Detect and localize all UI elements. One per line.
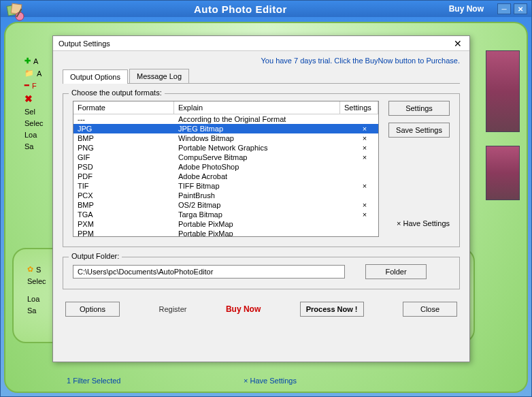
cell-format: PDF	[73, 172, 174, 181]
buy-now-link[interactable]: Buy Now	[226, 304, 261, 314]
cell-explain: Portable PixMap	[174, 219, 351, 229]
cell-settings	[351, 172, 378, 181]
cell-explain: Portable Network Graphics	[174, 143, 351, 153]
cell-explain: Adobe PhotoShop	[174, 162, 351, 172]
output-settings-dialog: Output Settings ✕ You have 7 days trial.…	[52, 35, 470, 362]
dialog-title: Output Settings	[59, 39, 452, 48]
dialog-close-button[interactable]: ✕	[452, 37, 464, 50]
cell-settings	[351, 191, 378, 200]
cell-explain: Adobe Acrobat	[174, 172, 351, 181]
table-row[interactable]: PDFAdobe Acrobat	[73, 172, 378, 181]
cell-settings: ×	[351, 200, 378, 210]
titlebar-buy-link[interactable]: Buy Now	[449, 4, 484, 14]
formats-label: Choose the output formats:	[69, 89, 165, 97]
table-row[interactable]: BMPOS/2 Bitmap×	[73, 200, 378, 210]
cell-format: PNG	[73, 143, 174, 153]
thumbnail-strip	[486, 50, 527, 214]
cell-format: TGA	[73, 210, 174, 219]
process-now-button[interactable]: Process Now !	[300, 302, 364, 317]
thumbnail-2[interactable]	[486, 146, 520, 200]
output-folder-fieldset: Output Folder: Folder	[63, 257, 460, 289]
filter-settings[interactable]: ✿S	[27, 265, 46, 274]
table-row[interactable]: PPMPortable PixMap	[73, 229, 378, 237]
cell-format: PSD	[73, 162, 174, 172]
cell-explain: According to the Original Format	[174, 114, 351, 124]
cell-format: PCX	[73, 191, 174, 200]
th-explain[interactable]: Explain	[174, 101, 340, 114]
cell-explain: Windows Bitmap	[174, 133, 351, 143]
cell-format: JPG	[73, 124, 174, 133]
cell-format: PPM	[73, 229, 174, 237]
cell-settings	[351, 114, 378, 124]
titlebar-title: Auto Photo Editor	[32, 3, 449, 15]
filter-save[interactable]: Sa	[27, 306, 46, 315]
table-row[interactable]: GIFCompuServe Bitmap×	[73, 153, 378, 162]
table-row[interactable]: TGATarga Bitmap×	[73, 210, 378, 219]
cell-explain: CompuServe Bitmap	[174, 153, 351, 162]
cell-settings	[351, 219, 378, 229]
cell-format: TIF	[73, 181, 174, 191]
cell-format: PXM	[73, 219, 174, 229]
dialog-titlebar: Output Settings ✕	[53, 36, 469, 51]
output-folder-label: Output Folder:	[69, 252, 122, 260]
tabs: Output Options Message Log	[63, 69, 460, 84]
th-settings[interactable]: Settings	[340, 101, 378, 114]
cell-explain: JPEG Bitmap	[174, 124, 351, 133]
table-row[interactable]: TIFTIFF Bitmap×	[73, 181, 378, 191]
table-body[interactable]: ---According to the Original FormatJPGJP…	[73, 114, 378, 237]
cell-explain: TIFF Bitmap	[174, 181, 351, 191]
table-row[interactable]: JPGJPEG Bitmap×	[73, 124, 378, 133]
settings-button[interactable]: Settings	[388, 101, 450, 116]
tab-output-options[interactable]: Output Options	[63, 69, 128, 84]
table-row[interactable]: BMPWindows Bitmap×	[73, 133, 378, 143]
cell-explain: Portable PixMap	[174, 229, 351, 237]
cell-explain: Targa Bitmap	[174, 210, 351, 219]
dialog-body: You have 7 days trial. Click the BuyNow …	[53, 51, 469, 322]
table-row[interactable]: PCXPaintBrush	[73, 191, 378, 200]
cell-settings: ×	[351, 210, 378, 219]
table-row[interactable]: PSDAdobe PhotoShop	[73, 162, 378, 172]
options-button[interactable]: Options	[65, 302, 120, 317]
tab-message-log[interactable]: Message Log	[129, 69, 189, 83]
register-link[interactable]: Register	[159, 305, 186, 313]
table-row[interactable]: PNGPortable Network Graphics×	[73, 143, 378, 153]
status-filter-count: 1 Filter Selected	[67, 377, 120, 385]
cell-settings: ×	[351, 133, 378, 143]
cell-format: ---	[73, 114, 174, 124]
thumbnail-1[interactable]	[486, 50, 520, 132]
dialog-bottom-buttons: Options Register Buy Now Process Now ! C…	[63, 302, 460, 317]
table-row[interactable]: PXMPortable PixMap	[73, 219, 378, 229]
formats-table: Formate Explain Settings ---According to…	[73, 101, 379, 237]
output-folder-input[interactable]	[73, 265, 345, 279]
cell-settings	[351, 229, 378, 237]
minimize-button[interactable]: ─	[497, 3, 511, 14]
table-row[interactable]: ---According to the Original Format	[73, 114, 378, 124]
cell-settings	[351, 162, 378, 172]
th-format[interactable]: Formate	[73, 101, 174, 114]
app-icon	[5, 1, 27, 23]
trial-message: You have 7 days trial. Click the BuyNow …	[63, 57, 460, 65]
format-side-buttons: Settings Save Settings × Have Settings	[388, 101, 450, 237]
close-window-button[interactable]: ✕	[514, 3, 527, 14]
close-button[interactable]: Close	[403, 302, 457, 317]
cell-format: BMP	[73, 133, 174, 143]
cell-explain: PaintBrush	[174, 191, 351, 200]
window-buttons: ─ ✕	[497, 3, 527, 14]
cell-format: BMP	[73, 200, 174, 210]
save-settings-button[interactable]: Save Settings	[388, 123, 450, 138]
filter-select[interactable]: Selec	[27, 277, 46, 285]
cell-format: GIF	[73, 153, 174, 162]
table-header: Formate Explain Settings	[73, 101, 378, 114]
formats-fieldset: Choose the output formats: Formate Expla…	[63, 93, 460, 247]
have-settings-note: × Have Settings	[388, 219, 450, 227]
cell-explain: OS/2 Bitmap	[174, 200, 351, 210]
cell-settings: ×	[351, 153, 378, 162]
cell-settings: ×	[351, 124, 378, 133]
status-have-settings: × Have Settings	[244, 377, 297, 385]
cell-settings: ×	[351, 143, 378, 153]
filter-menu: ✿S Selec Loa Sa	[27, 261, 46, 318]
filter-load[interactable]: Loa	[27, 295, 46, 303]
cell-settings: ×	[351, 181, 378, 191]
titlebar: Auto Photo Editor Buy Now ─ ✕	[1, 1, 531, 17]
folder-button[interactable]: Folder	[365, 264, 427, 279]
